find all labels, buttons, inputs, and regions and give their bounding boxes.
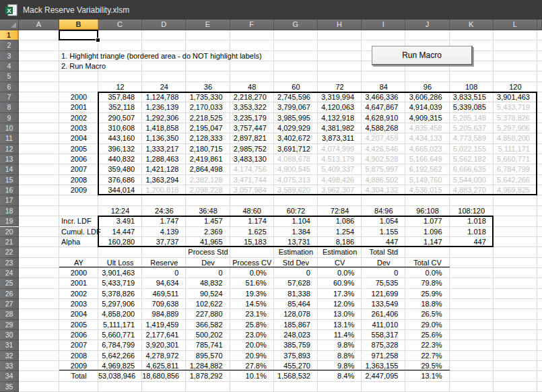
summary-value[interactable]: 27.8% bbox=[230, 361, 274, 371]
triangle-observed-value[interactable]: 5,339,085 bbox=[450, 102, 494, 112]
triangle-projected-value[interactable]: 5,562,182 bbox=[450, 154, 494, 164]
column-header-partial[interactable] bbox=[537, 20, 542, 30]
summary-value[interactable]: 79.8% bbox=[405, 278, 449, 288]
summary-total-value[interactable]: 13.1% bbox=[405, 371, 449, 381]
triangle-observed-value[interactable]: 4,381,982 bbox=[318, 123, 362, 133]
summary-value[interactable]: 13.0% bbox=[318, 309, 362, 319]
dev-period-header[interactable]: 120 bbox=[494, 82, 537, 92]
summary-value[interactable]: 248,023 bbox=[274, 330, 318, 340]
triangle-observed-value[interactable]: 1,333,217 bbox=[142, 144, 186, 154]
summary-value[interactable]: 385,759 bbox=[274, 340, 318, 350]
summary-value[interactable]: 8.8% bbox=[318, 351, 362, 361]
summary-header[interactable]: Estimation bbox=[318, 247, 362, 257]
summary-value[interactable]: 4,858,200 bbox=[98, 309, 142, 319]
summary-year-label[interactable]: 2006 bbox=[59, 330, 98, 340]
triangle-observed-value[interactable]: 4,029,929 bbox=[274, 123, 318, 133]
alpha-value[interactable]: 1,147 bbox=[405, 237, 449, 247]
summary-value[interactable]: 9.8% bbox=[318, 361, 362, 371]
summary-value[interactable]: 0 bbox=[362, 268, 405, 278]
row-header-21[interactable]: 21 bbox=[0, 237, 19, 247]
row-header-24[interactable]: 24 bbox=[0, 268, 19, 278]
summary-value[interactable]: 90,524 bbox=[186, 289, 230, 299]
accident-year-label[interactable]: 2008 bbox=[59, 175, 98, 185]
cumul-ldf-value[interactable]: 1.096 bbox=[405, 227, 449, 237]
summary-header[interactable]: Std Dev bbox=[274, 258, 318, 268]
dev-period-header[interactable]: 60 bbox=[274, 82, 318, 92]
alpha-value[interactable]: 160,280 bbox=[98, 237, 142, 247]
triangle-observed-value[interactable]: 3,466,336 bbox=[362, 92, 405, 102]
summary-value[interactable]: 14.5% bbox=[230, 299, 274, 309]
summary-value[interactable]: 455,270 bbox=[274, 361, 318, 371]
summary-value[interactable]: 5,297,906 bbox=[98, 299, 142, 309]
alpha-value[interactable]: 37,737 bbox=[142, 237, 186, 247]
summary-header[interactable]: CV bbox=[318, 258, 362, 268]
summary-value[interactable]: 261,406 bbox=[362, 309, 405, 319]
triangle-projected-value[interactable]: 6,784,799 bbox=[494, 164, 537, 174]
summary-header[interactable]: Reserve bbox=[142, 258, 186, 268]
summary-value[interactable]: 25.6% bbox=[405, 330, 449, 340]
ldf-ratio-header[interactable]: 84:96 bbox=[362, 206, 405, 216]
cumul-ldf-value[interactable]: 1.155 bbox=[362, 227, 405, 237]
summary-value[interactable]: 3,920,301 bbox=[142, 340, 186, 350]
summary-value[interactable]: 22.3% bbox=[405, 340, 449, 350]
column-header-H[interactable]: H bbox=[318, 20, 362, 30]
triangle-projected-value[interactable]: 4,886,502 bbox=[362, 175, 405, 185]
triangle-observed-value[interactable]: 443,160 bbox=[98, 133, 142, 143]
triangle-observed-value[interactable]: 352,118 bbox=[98, 102, 142, 112]
triangle-observed-value[interactable]: 2,745,596 bbox=[274, 92, 318, 102]
summary-value[interactable]: 984,889 bbox=[142, 309, 186, 319]
triangle-observed-value[interactable]: 1,136,350 bbox=[142, 133, 186, 143]
summary-value[interactable]: 1,419,459 bbox=[142, 320, 186, 330]
triangle-projected-value[interactable]: 4,773,589 bbox=[450, 133, 494, 143]
dev-period-header[interactable]: 72 bbox=[318, 82, 362, 92]
row-header-26[interactable]: 26 bbox=[0, 289, 19, 299]
summary-value[interactable]: 12.0% bbox=[318, 299, 362, 309]
row-header-19[interactable]: 19 bbox=[0, 216, 19, 226]
triangle-projected-value[interactable]: 4,434,133 bbox=[405, 133, 449, 143]
cumul-ldf-value[interactable]: 1.254 bbox=[318, 227, 362, 237]
summary-value[interactable]: 5,660,771 bbox=[98, 330, 142, 340]
triangle-observed-value[interactable]: 2,170,033 bbox=[186, 102, 230, 112]
summary-value[interactable]: 2,177,641 bbox=[142, 330, 186, 340]
summary-year-label[interactable]: 2001 bbox=[59, 278, 98, 288]
summary-header[interactable]: AY bbox=[59, 258, 98, 268]
row-header-2[interactable]: 2 bbox=[0, 40, 19, 51]
row-header-31[interactable]: 31 bbox=[0, 340, 19, 350]
triangle-projected-value[interactable]: 2,098,228 bbox=[186, 185, 230, 195]
summary-year-label[interactable]: 2009 bbox=[59, 361, 98, 371]
row-header-29[interactable]: 29 bbox=[0, 320, 19, 330]
summary-value[interactable]: 0 bbox=[274, 268, 318, 278]
triangle-projected-value[interactable]: 5,660,771 bbox=[494, 154, 537, 164]
summary-value[interactable]: 971,258 bbox=[362, 351, 405, 361]
triangle-projected-value[interactable]: 5,022,155 bbox=[450, 144, 494, 154]
triangle-projected-value[interactable]: 4,174,756 bbox=[230, 164, 274, 174]
row-header-3[interactable]: 3 bbox=[0, 51, 19, 61]
triangle-observed-value[interactable]: 3,901,463 bbox=[494, 92, 537, 102]
triangle-projected-value[interactable]: 4,858,200 bbox=[494, 133, 537, 143]
triangle-observed-value[interactable]: 3,985,995 bbox=[274, 113, 318, 123]
summary-value[interactable]: 0.0% bbox=[230, 268, 274, 278]
triangle-observed-value[interactable]: 3,873,311 bbox=[318, 133, 362, 143]
summary-value[interactable]: 0 bbox=[186, 268, 230, 278]
summary-value[interactable]: 227,880 bbox=[186, 309, 230, 319]
summary-total-value[interactable]: 10.1% bbox=[230, 371, 274, 381]
column-header-J[interactable]: J bbox=[405, 20, 449, 30]
triangle-projected-value[interactable]: 6,192,562 bbox=[405, 164, 449, 174]
summary-value[interactable]: 500,202 bbox=[186, 330, 230, 340]
triangle-observed-value[interactable]: 1,124,788 bbox=[142, 92, 186, 102]
triangle-projected-value[interactable]: 5,166,649 bbox=[405, 154, 449, 164]
triangle-observed-value[interactable]: 3,402,672 bbox=[274, 133, 318, 143]
summary-year-label[interactable]: 2005 bbox=[59, 320, 98, 330]
column-header-F[interactable]: F bbox=[230, 20, 274, 30]
triangle-projected-value[interactable]: 4,969,825 bbox=[494, 185, 537, 195]
accident-year-label[interactable]: 2007 bbox=[59, 164, 98, 174]
triangle-observed-value[interactable]: 4,647,867 bbox=[362, 102, 405, 112]
summary-value[interactable]: 13.1% bbox=[318, 320, 362, 330]
triangle-projected-value[interactable]: 4,304,132 bbox=[362, 185, 405, 195]
row-header-32[interactable]: 32 bbox=[0, 351, 19, 361]
triangle-projected-value[interactable]: 5,285,148 bbox=[450, 113, 494, 123]
incr-ldf-value[interactable]: 1.174 bbox=[230, 216, 274, 226]
selection-fill-handle[interactable] bbox=[96, 38, 100, 42]
triangle-projected-value[interactable]: 4,883,270 bbox=[450, 185, 494, 195]
row-header-18[interactable]: 18 bbox=[0, 206, 19, 216]
